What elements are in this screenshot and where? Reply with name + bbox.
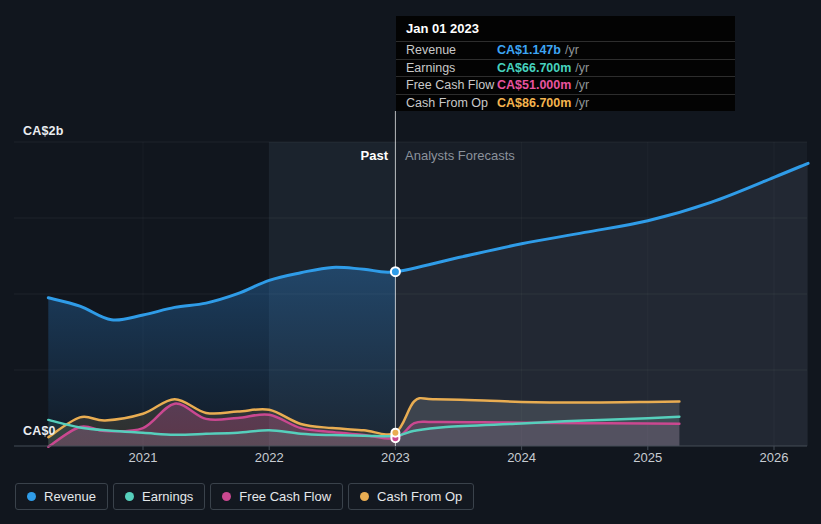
legend-item-label: Earnings bbox=[142, 489, 193, 504]
tooltip-row-value: CA$51.000m bbox=[497, 77, 571, 93]
tooltip-row-label: Free Cash Flow bbox=[406, 77, 497, 93]
legend-dot-icon bbox=[222, 492, 231, 501]
x-axis-tick-label: 2022 bbox=[255, 450, 284, 465]
hover-tooltip: Jan 01 2023 RevenueCA$1.147b/yrEarningsC… bbox=[396, 16, 735, 111]
y-axis-label-2b: CA$2b bbox=[23, 124, 64, 138]
past-section-label: Past bbox=[361, 148, 388, 163]
legend-dot-icon bbox=[125, 492, 134, 501]
x-axis-tick-label: 2021 bbox=[129, 450, 158, 465]
legend-item-free-cash-flow[interactable]: Free Cash Flow bbox=[210, 483, 343, 510]
tooltip-row-value: CA$66.700m bbox=[497, 60, 571, 76]
tooltip-row-unit: /yr bbox=[575, 60, 589, 76]
tooltip-row: RevenueCA$1.147b/yr bbox=[396, 41, 735, 59]
legend-item-earnings[interactable]: Earnings bbox=[113, 483, 205, 510]
hover-marker-cash-from-op bbox=[391, 429, 399, 437]
tooltip-row-value: CA$86.700m bbox=[497, 95, 571, 111]
y-axis-label-0: CA$0 bbox=[23, 424, 56, 438]
legend-item-label: Revenue bbox=[44, 489, 96, 504]
tooltip-row-label: Cash From Op bbox=[406, 95, 497, 111]
earnings-revenue-chart: CA$2b CA$0 Past Analysts Forecasts 20212… bbox=[0, 0, 821, 524]
tooltip-row-unit: /yr bbox=[575, 95, 589, 111]
tooltip-row-unit: /yr bbox=[575, 77, 589, 93]
legend-item-revenue[interactable]: Revenue bbox=[15, 483, 108, 510]
x-axis-tick-label: 2023 bbox=[381, 450, 410, 465]
tooltip-row-unit: /yr bbox=[565, 42, 579, 58]
tooltip-row: Cash From OpCA$86.700m/yr bbox=[396, 94, 735, 112]
tooltip-row-label: Earnings bbox=[406, 60, 497, 76]
tooltip-date: Jan 01 2023 bbox=[396, 16, 735, 41]
legend-item-label: Free Cash Flow bbox=[239, 489, 331, 504]
tooltip-row: Free Cash FlowCA$51.000m/yr bbox=[396, 76, 735, 94]
analysts-forecasts-section-label: Analysts Forecasts bbox=[405, 148, 515, 163]
legend-dot-icon bbox=[27, 492, 36, 501]
legend-item-label: Cash From Op bbox=[377, 489, 462, 504]
hover-marker-revenue bbox=[391, 267, 400, 276]
legend-dot-icon bbox=[360, 492, 369, 501]
x-axis-tick-label: 2025 bbox=[633, 450, 662, 465]
tooltip-row: EarningsCA$66.700m/yr bbox=[396, 59, 735, 77]
x-axis-tick-label: 2026 bbox=[760, 450, 789, 465]
chart-legend: RevenueEarningsFree Cash FlowCash From O… bbox=[15, 483, 474, 510]
x-axis-tick-label: 2024 bbox=[507, 450, 536, 465]
legend-item-cash-from-op[interactable]: Cash From Op bbox=[348, 483, 474, 510]
tooltip-row-label: Revenue bbox=[406, 42, 497, 58]
tooltip-row-value: CA$1.147b bbox=[497, 42, 561, 58]
